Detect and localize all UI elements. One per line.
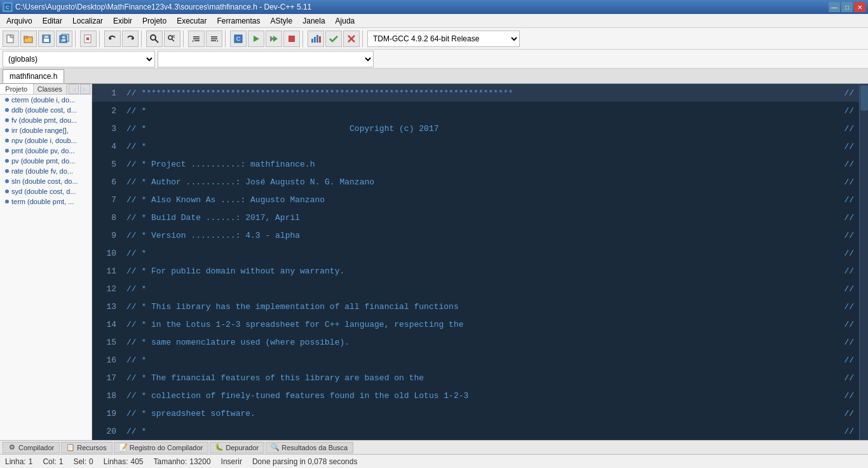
code-line-6[interactable]: 6// * Author ..........: José Augusto N.…: [92, 173, 859, 191]
tab-bar: mathfinance.h: [0, 69, 868, 84]
sidebar-dot-1: [5, 108, 9, 112]
sidebar-item-1[interactable]: ddb (double cost, d...: [0, 105, 92, 115]
sidebar-item-7[interactable]: rate (double fv, do...: [0, 166, 92, 176]
line-code-12: // *: [124, 280, 834, 298]
profiler-button[interactable]: [308, 31, 324, 47]
sidebar-item-10[interactable]: term (double pmt, ...: [0, 196, 92, 207]
menu-localizar[interactable]: Localizar: [67, 14, 108, 27]
code-line-14[interactable]: 14// * in the Lotus 1-2-3 spreadsheet fo…: [92, 315, 859, 333]
toolbar-row2: (globals): [0, 50, 868, 69]
indent-button[interactable]: [188, 31, 205, 47]
globals-dropdown[interactable]: (globals): [3, 51, 155, 67]
menu-ajuda[interactable]: Ajuda: [330, 14, 360, 27]
code-line-16[interactable]: 16// * //: [92, 351, 859, 369]
build-run-button[interactable]: [266, 31, 282, 47]
run-button[interactable]: [248, 31, 264, 47]
open-button[interactable]: [20, 31, 37, 47]
sidebar-label-6: pv (double pmt, do...: [11, 157, 75, 165]
sidebar-item-3[interactable]: irr (double range[],: [0, 125, 92, 135]
minimize-button[interactable]: —: [829, 2, 840, 12]
save-all-button[interactable]: [56, 31, 72, 47]
save-button[interactable]: [38, 31, 55, 47]
tab-mathfinance[interactable]: mathfinance.h: [3, 69, 64, 83]
undo-button[interactable]: [104, 31, 121, 47]
line-number-20: 20: [92, 422, 124, 440]
sidebar-item-0[interactable]: cterm (double i, do...: [0, 95, 92, 105]
close-button[interactable]: ✕: [854, 2, 865, 12]
bottom-tabs: ⚙ Compilador 📋 Recursos 📝 Registro do Co…: [0, 440, 868, 454]
search-button[interactable]: [146, 31, 163, 47]
svg-rect-39: [311, 39, 313, 43]
compiler-dropdown[interactable]: TDM-GCC 4.9.2 64-bit Release: [367, 31, 520, 47]
sidebar-item-5[interactable]: pmt (double pv, do...: [0, 146, 92, 156]
maximize-button[interactable]: □: [841, 2, 853, 12]
status-insert: Inserir: [221, 457, 242, 466]
code-line-11[interactable]: 11// * For public domain without any war…: [92, 262, 859, 280]
menu-janela[interactable]: Janela: [297, 14, 330, 27]
code-line-18[interactable]: 18// * collection of finely-tuned featur…: [92, 387, 859, 404]
menu-ferramentas[interactable]: Ferramentas: [212, 14, 265, 27]
line-code-3: // * Copyright (c) 2017: [124, 120, 834, 137]
code-line-4[interactable]: 4// * //: [92, 137, 859, 155]
bottom-tab-recursos[interactable]: 📋 Recursos: [61, 442, 112, 453]
sidebar-tab-projeto[interactable]: Projeto: [0, 84, 34, 94]
size-value: 13200: [189, 457, 210, 466]
replace-button[interactable]: R: [164, 31, 180, 47]
redo-button[interactable]: [122, 31, 139, 47]
stop-button[interactable]: [283, 31, 300, 47]
code-line-19[interactable]: 19// * spreadsheet software. //: [92, 404, 859, 422]
menu-editar[interactable]: Editar: [37, 14, 67, 27]
svg-rect-40: [314, 37, 316, 43]
sidebar-list: cterm (double i, do...ddb (double cost, …: [0, 95, 92, 207]
abort-button[interactable]: [343, 31, 360, 47]
sidebar-prev-btn[interactable]: ◀: [69, 84, 79, 94]
menu-bar: Arquivo Editar Localizar Exibir Projeto …: [0, 14, 868, 28]
status-message: Done parsing in 0,078 seconds: [252, 457, 357, 466]
toolbar-row1: R C TDM-GCC 4.9.2 64-bit Release: [0, 28, 868, 50]
menu-projeto[interactable]: Projeto: [137, 14, 172, 27]
check-button[interactable]: [325, 31, 342, 47]
menu-arquivo[interactable]: Arquivo: [1, 14, 37, 27]
sidebar-item-6[interactable]: pv (double pmt, do...: [0, 156, 92, 166]
code-line-15[interactable]: 15// * same nomenclature used (where pos…: [92, 333, 859, 351]
menu-exibir[interactable]: Exibir: [108, 14, 137, 27]
bottom-tab-registro[interactable]: 📝 Registro do Compilador: [114, 442, 209, 453]
sidebar-item-8[interactable]: sln (double cost, do...: [0, 176, 92, 186]
sidebar-label-9: syd (double cost, d...: [11, 188, 76, 195]
bottom-tab-busca[interactable]: 🔍 Resultados da Busca: [266, 442, 353, 453]
code-line-12[interactable]: 12// * //: [92, 280, 859, 298]
code-line-13[interactable]: 13// * This library has the implementati…: [92, 298, 859, 315]
code-line-9[interactable]: 9// * Version .........: 4.3 - alpha //: [92, 226, 859, 244]
code-line-8[interactable]: 8// * Build Date ......: 2017, April //: [92, 209, 859, 226]
sidebar-item-2[interactable]: fv (double pmt, dou...: [0, 115, 92, 125]
editor-scrollbar[interactable]: [859, 84, 868, 440]
compile-button[interactable]: C: [230, 31, 247, 47]
code-table: 1// ************************************…: [92, 84, 859, 440]
menu-executar[interactable]: Executar: [172, 14, 212, 27]
code-line-2[interactable]: 2// * //: [92, 102, 859, 120]
code-line-3[interactable]: 3// * Copyright (c) 2017 //: [92, 120, 859, 137]
bottom-tab-compilador[interactable]: ⚙ Compilador: [3, 442, 60, 453]
code-line-7[interactable]: 7// * Also Known As ....: Augusto Manzan…: [92, 191, 859, 209]
window-controls: — □ ✕: [829, 2, 865, 12]
svg-marker-18: [109, 37, 112, 40]
code-line-10[interactable]: 10// * //: [92, 244, 859, 262]
code-line-17[interactable]: 17// * The financial features of this li…: [92, 369, 859, 387]
editor-content[interactable]: 1// ************************************…: [92, 84, 859, 440]
menu-astyle[interactable]: AStyle: [266, 14, 298, 27]
code-line-1[interactable]: 1// ************************************…: [92, 84, 859, 102]
bottom-tab-depurador[interactable]: 🐛 Depurador: [210, 442, 264, 453]
close-file-button[interactable]: [80, 31, 97, 47]
line-code-7: // * Also Known As ....: Augusto Manzano: [124, 191, 834, 209]
function-dropdown[interactable]: [158, 51, 374, 67]
line-end-19: //: [834, 404, 859, 422]
code-line-5[interactable]: 5// * Project ..........: mathfinance.h …: [92, 155, 859, 173]
sidebar-item-9[interactable]: syd (double cost, d...: [0, 186, 92, 196]
unindent-button[interactable]: [206, 31, 222, 47]
sidebar-next-btn[interactable]: ▶: [80, 84, 90, 94]
sidebar-tab-classes[interactable]: Classes: [34, 84, 67, 94]
bottom-tab-depurador-label: Depurador: [226, 444, 259, 451]
code-line-20[interactable]: 20// * //: [92, 422, 859, 440]
new-button[interactable]: [3, 31, 19, 47]
sidebar-item-4[interactable]: npv (double i, doub...: [0, 135, 92, 146]
